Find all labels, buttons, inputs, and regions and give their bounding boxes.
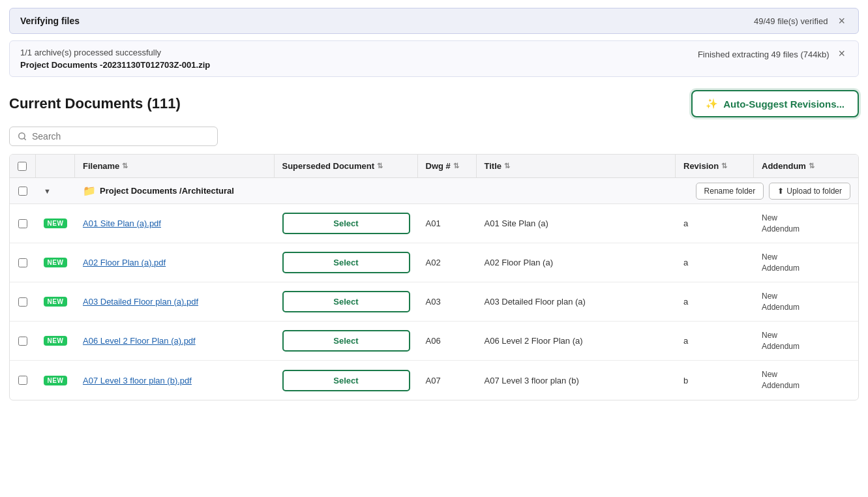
row-dwg-cell: A06 [418,331,477,351]
archive-banner: 1/1 archive(s) processed successfully Pr… [9,40,859,77]
col-dwg-label: Dwg # [426,161,451,171]
table-row: NEW A02 Floor Plan (a).pdf Select A02 A0… [10,243,858,282]
filename-sort-icon: ⇅ [122,162,128,170]
folder-icon: 📁 [83,185,96,197]
new-badge: NEW [44,258,68,267]
section-title: Current Documents (111) [9,95,181,112]
row-checkbox[interactable] [18,297,27,307]
row-filename-cell: A03 Detailed Floor plan (a).pdf [75,292,275,312]
folder-name-cell: 📁 Project Documents /Architectural [75,178,275,203]
row-checkbox-cell [10,370,36,390]
row-superseded-cell: Select [275,325,418,357]
revision-value: a [683,218,688,228]
table-row: NEW A06 Level 2 Floor Plan (a).pdf Selec… [10,322,858,361]
select-button[interactable]: Select [282,370,410,391]
verifying-right: 49/49 file(s) verified × [754,15,848,27]
folder-checkbox[interactable] [18,187,27,196]
archive-close-button[interactable]: × [835,48,848,59]
col-filename-label: Filename [83,161,119,171]
row-checkbox[interactable] [18,376,27,385]
col-superseded: Superseded Document ⇅ [275,155,418,177]
row-superseded-cell: Select [275,286,418,318]
row-dwg-cell: A07 [418,370,477,391]
dwg-sort-icon: ⇅ [453,162,459,170]
superseded-sort-icon: ⇅ [377,162,383,170]
folder-name: Project Documents /Architectural [100,186,234,196]
folder-chevron-icon[interactable]: ▼ [44,187,51,195]
row-badge-cell: NEW [36,252,75,273]
row-filename-cell: A06 Level 2 Floor Plan (a).pdf [75,331,275,351]
col-revision: Revision ⇅ [676,155,754,177]
new-badge: NEW [44,218,68,228]
folder-empty-superseded [275,185,418,198]
select-all-checkbox[interactable] [18,162,27,171]
search-input[interactable] [32,131,209,142]
row-checkbox-cell [10,331,36,351]
title-value: A06 Level 2 Floor Plan (a) [485,336,583,346]
archive-result: Finished extracting 49 files (744kb) [698,50,830,59]
section-header: Current Documents (111) ✨ Auto-Suggest R… [9,90,859,117]
row-checkbox[interactable] [18,219,27,228]
table-rows-container: NEW A01 Site Plan (a).pdf Select A01 A01… [10,204,858,400]
select-button[interactable]: Select [282,291,410,312]
filename-link[interactable]: A01 Site Plan (a).pdf [83,218,161,228]
row-revision-cell: b [676,370,754,391]
row-badge-cell: NEW [36,370,75,391]
row-badge-cell: NEW [36,213,75,233]
row-addendum-cell: NewAddendum [754,364,858,397]
select-button[interactable]: Select [282,330,410,352]
revision-value: b [683,376,688,385]
row-checkbox[interactable] [18,337,27,346]
row-checkbox-cell [10,214,36,233]
row-filename-cell: A02 Floor Plan (a).pdf [75,252,275,273]
row-title-cell: A03 Detailed Floor plan (a) [477,292,676,312]
auto-suggest-button[interactable]: ✨ Auto-Suggest Revisions... [691,90,859,117]
folder-checkbox-cell [10,180,36,202]
row-dwg-cell: A03 [418,292,477,312]
verifying-status: 49/49 file(s) verified [754,16,828,26]
rename-folder-button[interactable]: Rename folder [696,183,764,200]
filename-link[interactable]: A03 Detailed Floor plan (a).pdf [83,297,198,307]
addendum-value: NewAddendum [762,213,800,235]
col-title: Title ⇅ [477,155,676,177]
row-filename-cell: A01 Site Plan (a).pdf [75,213,275,233]
table-header: Filename ⇅ Superseded Document ⇅ Dwg # ⇅… [10,155,858,178]
filename-link[interactable]: A06 Level 2 Floor Plan (a).pdf [83,336,196,346]
select-button[interactable]: Select [282,213,410,234]
row-dwg-cell: A01 [418,213,477,233]
row-checkbox[interactable] [18,258,27,267]
dwg-value: A01 [426,218,441,228]
filename-link[interactable]: A02 Floor Plan (a).pdf [83,258,166,267]
revision-sort-icon: ⇅ [721,162,727,170]
table-row: NEW A07 Level 3 floor plan (b).pdf Selec… [10,361,858,400]
col-filename: Filename ⇅ [75,155,275,177]
filename-link[interactable]: A07 Level 3 floor plan (b).pdf [83,376,192,385]
search-icon [18,132,27,141]
col-badge [36,155,75,177]
select-button[interactable]: Select [282,252,410,273]
verifying-close-button[interactable]: × [835,15,848,27]
row-superseded-cell: Select [275,365,418,397]
addendum-value: NewAddendum [762,252,800,274]
row-superseded-cell: Select [275,207,418,239]
archive-status: 1/1 archive(s) processed successfully [20,48,210,57]
col-checkbox [10,155,36,177]
row-addendum-cell: NewAddendum [754,247,858,279]
upload-to-folder-button[interactable]: ⬆ Upload to folder [769,183,850,200]
archive-right: Finished extracting 49 files (744kb) × [698,48,848,59]
folder-row: ▼ 📁 Project Documents /Architectural Ren… [10,178,858,204]
folder-empty-dwg [418,185,477,198]
archive-filename: Project Documents -20231130T012703Z-001.… [20,60,210,70]
row-revision-cell: a [676,213,754,233]
row-title-cell: A02 Floor Plan (a) [477,252,676,273]
row-addendum-cell: NewAddendum [754,325,858,357]
dwg-value: A07 [426,376,441,385]
new-badge: NEW [44,376,68,385]
row-badge-cell: NEW [36,331,75,351]
upload-to-folder-label: Upload to folder [786,187,842,196]
search-input-wrap [9,127,218,146]
row-revision-cell: a [676,252,754,273]
revision-value: a [683,297,688,307]
col-dwg: Dwg # ⇅ [418,155,477,177]
folder-chevron-cell: ▼ [36,181,75,202]
